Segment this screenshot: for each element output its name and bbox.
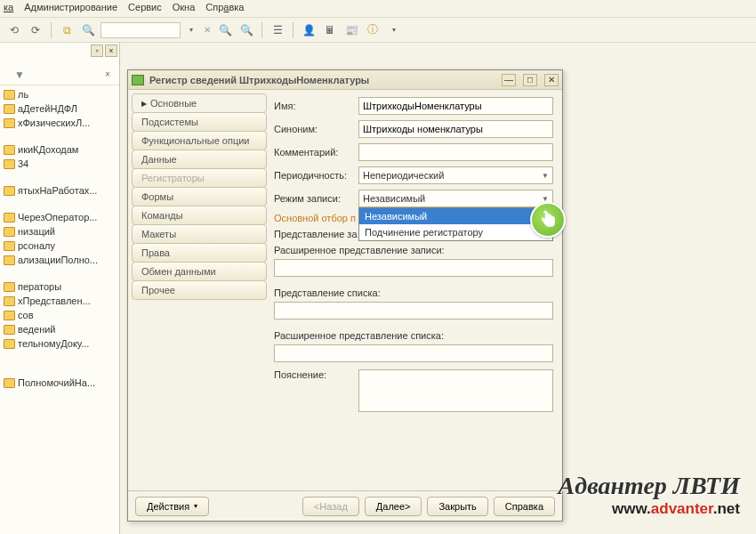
synonym-label: Синоним:	[274, 124, 358, 134]
toolbar-search-clear-icon[interactable]: ✕	[202, 25, 213, 35]
toolbar-rss-icon[interactable]: 📰	[342, 21, 360, 39]
hand-cursor-icon	[530, 202, 566, 238]
toolbar-search: ▾ ✕	[101, 21, 213, 39]
dialog-title: Регистр сведений ШтрихкодыНоменклатуры	[149, 75, 495, 85]
tree-item-label: ПолномочийНа...	[18, 377, 95, 388]
writemode-select[interactable]: Независимый ▼	[358, 190, 553, 207]
writemode-option-subordinate[interactable]: Подчинение регистратору	[359, 224, 552, 240]
minimize-icon[interactable]: —	[502, 74, 516, 86]
toolbar-list-icon[interactable]: ☰	[269, 21, 286, 39]
folder-icon	[4, 145, 15, 155]
tab-обмен-данными[interactable]: Обмен данными	[132, 262, 267, 281]
folder-icon	[4, 325, 15, 335]
tree-item-label: ятыхНаРаботах...	[18, 185, 97, 196]
menu-windows[interactable]: Окна	[173, 2, 196, 15]
tree-item[interactable]: аДетейНДФЛ	[0, 101, 119, 116]
tree-item-label: 34	[18, 158, 28, 169]
tree-item[interactable]	[0, 171, 119, 183]
close-button[interactable]: Закрыть	[427, 497, 487, 516]
toolbar-user-icon[interactable]: 👤	[300, 21, 318, 39]
tree-item[interactable]: 34	[0, 157, 119, 171]
tree-item[interactable]: ператоры	[0, 279, 119, 294]
tree-item[interactable]: ведений	[0, 322, 119, 336]
tree-item[interactable]: икиКДоходам	[0, 142, 119, 157]
register-dialog: Регистр сведений ШтрихкодыНоменклатуры —…	[127, 69, 563, 522]
name-input[interactable]	[358, 97, 553, 115]
register-icon	[132, 75, 144, 85]
tab-данные[interactable]: Данные	[132, 150, 267, 169]
tree-item[interactable]: ль	[0, 87, 119, 101]
help-button[interactable]: Справка	[494, 497, 555, 516]
panel-close-icon[interactable]: ×	[105, 44, 117, 57]
extlistpres-input[interactable]	[274, 344, 553, 362]
writemode-option-independent[interactable]: Независимый	[359, 208, 552, 224]
tree-item[interactable]: сов	[0, 308, 119, 322]
synonym-input[interactable]	[358, 120, 553, 138]
menu-admin[interactable]: Администрирование	[24, 2, 117, 15]
tree-item-label: ль	[18, 89, 28, 100]
tree-item[interactable]	[0, 363, 119, 376]
name-label: Имя:	[274, 101, 358, 111]
toolbar-findprev-icon[interactable]: 🔍	[237, 21, 255, 39]
tree-item[interactable]: хПредставлен...	[0, 294, 119, 308]
tab-прочее[interactable]: Прочее	[132, 280, 267, 300]
tree-item[interactable]: ПолномочийНа...	[0, 376, 119, 390]
periodicity-select[interactable]: Непериодический ▼	[358, 166, 553, 184]
tree-item[interactable]	[0, 351, 119, 363]
tree-item[interactable]: ЧерезОператор...	[0, 210, 119, 224]
tree-item-label: ператоры	[18, 281, 61, 292]
tree-item-label: икиКДоходам	[18, 144, 78, 155]
tree-item[interactable]: ализацииПолно...	[0, 253, 119, 267]
tab-формы[interactable]: Формы	[132, 187, 267, 206]
menu-help[interactable]: Справка	[205, 2, 244, 15]
actions-button[interactable]: Действия▾	[135, 497, 209, 516]
toolbar-search-input[interactable]	[101, 22, 181, 38]
filter-close-icon[interactable]: ×	[101, 69, 114, 81]
comment-input[interactable]	[358, 143, 553, 161]
tree-item[interactable]: рсоналу	[0, 239, 119, 253]
listpres-input[interactable]	[274, 302, 553, 320]
maximize-icon[interactable]: □	[523, 74, 537, 86]
tree-item-label: хПредставлен...	[18, 295, 91, 306]
filter-icon[interactable]: ▼	[14, 69, 25, 81]
tab-основные[interactable]: Основные	[132, 93, 267, 113]
toolbar-search-dd-icon[interactable]: ▾	[182, 21, 200, 39]
toolbar-copy-icon[interactable]: ⧉	[58, 21, 76, 39]
tab-команды[interactable]: Команды	[132, 206, 267, 225]
tree-item[interactable]: низаций	[0, 224, 119, 239]
tab-права[interactable]: Права	[132, 243, 267, 263]
folder-icon	[4, 213, 15, 222]
tab-функциональные-опции[interactable]: Функциональные опции	[132, 131, 267, 150]
periodicity-value: Непериодический	[363, 170, 444, 181]
folder-icon	[4, 159, 15, 169]
dialog-titlebar[interactable]: Регистр сведений ШтрихкодыНоменклатуры —…	[128, 70, 562, 90]
menu-edit[interactable]: ка	[4, 2, 13, 15]
folder-icon	[4, 186, 15, 196]
toolbar-back-icon[interactable]: ⟲	[5, 21, 23, 39]
folder-icon	[4, 255, 15, 265]
menu-service[interactable]: Сервис	[128, 2, 162, 15]
tab-макеты[interactable]: Макеты	[132, 224, 267, 244]
toolbar: ⟲ ⟳ ⧉ 🔍 ▾ ✕ 🔍 🔍 ☰ 👤 🖩 📰 ⓘ ▾	[0, 18, 756, 43]
back-button[interactable]: <Назад	[302, 497, 359, 516]
tree-item[interactable]: ятыхНаРаботах...	[0, 183, 119, 198]
panel-dock-icon[interactable]: ▫	[91, 44, 103, 57]
explain-input[interactable]	[358, 369, 553, 412]
extrecpres-input[interactable]	[274, 259, 553, 277]
tree-item[interactable]	[0, 267, 119, 279]
toolbar-fwd-icon[interactable]: ⟳	[27, 21, 44, 39]
toolbar-info-icon[interactable]: ⓘ	[364, 21, 382, 39]
toolbar-findnext-icon[interactable]: 🔍	[216, 21, 234, 39]
next-button[interactable]: Далее>	[365, 497, 422, 516]
toolbar-calc-icon[interactable]: 🖩	[321, 21, 339, 39]
toolbar-info-dd-icon[interactable]: ▾	[385, 21, 403, 39]
periodicity-label: Периодичность:	[274, 170, 358, 181]
close-icon[interactable]: ✕	[544, 74, 559, 86]
tree-item[interactable]	[0, 130, 119, 142]
tree-item[interactable]: хФизическихЛ...	[0, 116, 119, 130]
tree-item[interactable]: тельномуДоку...	[0, 336, 119, 351]
toolbar-find-icon[interactable]: 🔍	[79, 21, 97, 39]
folder-icon	[4, 241, 15, 251]
tree-item[interactable]	[0, 198, 119, 210]
tab-подсистемы[interactable]: Подсистемы	[132, 112, 267, 132]
